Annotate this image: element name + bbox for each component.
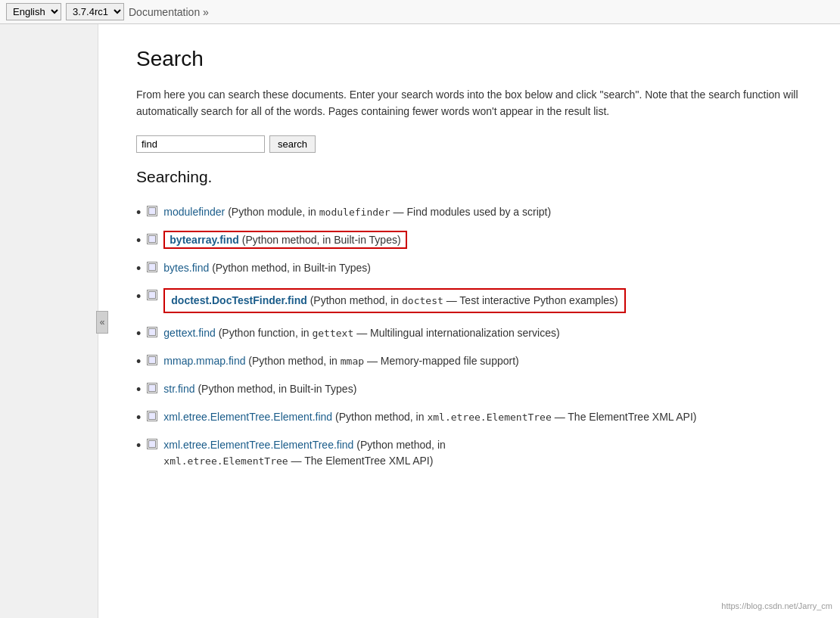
result-content: gettext.find (Python function, in gettex… <box>163 325 810 341</box>
searching-title: Searching. <box>136 168 810 186</box>
search-input[interactable] <box>136 135 265 153</box>
result-text: (Python method, in doctest — Test intera… <box>310 294 618 306</box>
intro-text: From here you can search these documents… <box>136 86 810 120</box>
result-text: (Python method, in mmap — Memory-mapped … <box>248 355 518 367</box>
search-form: search <box>136 135 810 153</box>
result-icon <box>147 234 157 244</box>
result-text: (Python method, in xml.etree.ElementTree… <box>335 411 696 423</box>
page-title: Search <box>136 47 810 71</box>
layout: « Search From here you can search these … <box>0 24 840 618</box>
result-link[interactable]: gettext.find <box>163 327 216 339</box>
list-item: • bytes.find (Python method, in Built-in… <box>136 260 810 276</box>
bullet: • <box>136 290 141 303</box>
search-button[interactable]: search <box>269 135 316 153</box>
result-content: modulefinder (Python module, in modulefi… <box>163 204 810 220</box>
bullet: • <box>136 355 141 368</box>
result-icon <box>147 383 157 393</box>
sidebar-toggle[interactable]: « <box>96 311 108 334</box>
highlighted-box: bytearray.find (Python method, in Built-… <box>163 231 406 249</box>
result-content: mmap.mmap.find (Python method, in mmap —… <box>163 353 810 369</box>
list-item: • mmap.mmap.find (Python method, in mmap… <box>136 353 810 369</box>
result-icon <box>147 355 157 365</box>
list-item: • doctest.DocTestFinder.find (Python met… <box>136 288 810 313</box>
result-icon <box>147 411 157 421</box>
list-item: • str.find (Python method, in Built-in T… <box>136 381 810 397</box>
result-icon <box>147 206 157 216</box>
result-link[interactable]: xml.etree.ElementTree.ElementTree.find <box>163 439 353 451</box>
top-bar: English 3.7.4rc1 Documentation » <box>0 0 840 24</box>
results-list: • modulefinder (Python module, in module… <box>136 204 810 469</box>
result-link[interactable]: str.find <box>163 383 194 395</box>
result-link[interactable]: bytearray.find <box>170 234 239 246</box>
highlighted-block: doctest.DocTestFinder.find (Python metho… <box>163 288 625 313</box>
result-icon <box>147 290 157 300</box>
bullet: • <box>136 411 141 424</box>
documentation-link[interactable]: Documentation » <box>129 6 209 18</box>
bullet: • <box>136 234 141 247</box>
sidebar: « <box>0 24 98 618</box>
list-item: • modulefinder (Python module, in module… <box>136 204 810 220</box>
list-item: • xml.etree.ElementTree.Element.find (Py… <box>136 409 810 425</box>
main-content: Search From here you can search these do… <box>98 24 840 618</box>
bullet: • <box>136 383 141 396</box>
result-text: (Python function, in gettext — Multiling… <box>219 327 560 339</box>
result-icon <box>147 262 157 272</box>
result-link[interactable]: modulefinder <box>163 206 225 218</box>
result-icon <box>147 327 157 337</box>
result-text: (Python module, in modulefinder — Find m… <box>228 206 551 218</box>
bullet: • <box>136 327 141 340</box>
result-content: xml.etree.ElementTree.Element.find (Pyth… <box>163 409 810 425</box>
result-text: (Python method, in Built-in Types) <box>242 234 401 246</box>
result-content: doctest.DocTestFinder.find (Python metho… <box>163 288 810 313</box>
watermark: https://blog.csdn.net/Jarry_cm <box>721 601 832 610</box>
bullet: • <box>136 262 141 275</box>
result-icon <box>147 439 157 449</box>
result-content: str.find (Python method, in Built-in Typ… <box>163 381 810 397</box>
result-text: (Python method, in Built-in Types) <box>198 383 356 395</box>
version-select[interactable]: 3.7.4rc1 <box>66 3 124 20</box>
result-content: xml.etree.ElementTree.ElementTree.find (… <box>163 437 810 469</box>
result-link[interactable]: xml.etree.ElementTree.Element.find <box>163 411 332 423</box>
bullet: • <box>136 439 141 452</box>
language-select[interactable]: English <box>6 3 61 20</box>
result-text: (Python method, in Built-in Types) <box>212 262 371 274</box>
result-link[interactable]: bytes.find <box>163 262 209 274</box>
result-link[interactable]: mmap.mmap.find <box>163 355 245 367</box>
result-content: bytearray.find (Python method, in Built-… <box>163 232 810 248</box>
list-item: • xml.etree.ElementTree.ElementTree.find… <box>136 437 810 469</box>
bullet: • <box>136 206 141 219</box>
result-content: bytes.find (Python method, in Built-in T… <box>163 260 810 276</box>
result-link[interactable]: doctest.DocTestFinder.find <box>171 294 306 306</box>
list-item: • bytearray.find (Python method, in Buil… <box>136 232 810 248</box>
list-item: • gettext.find (Python function, in gett… <box>136 325 810 341</box>
